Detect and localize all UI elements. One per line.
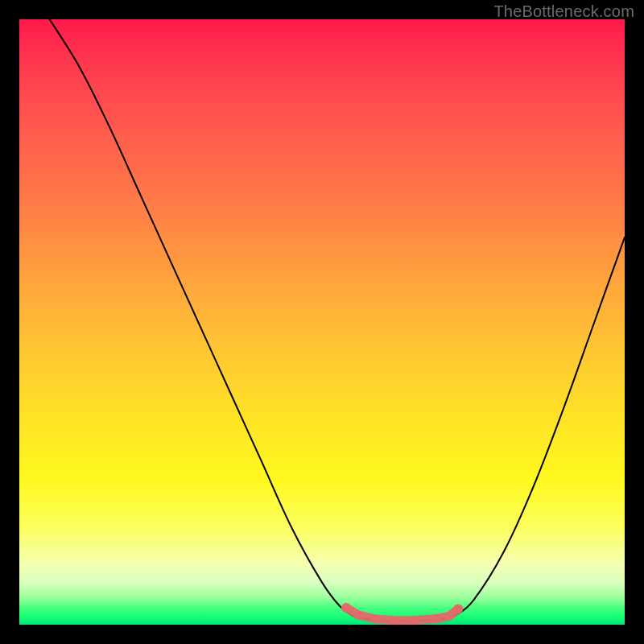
curve-layer: [19, 19, 625, 625]
plot-area: [19, 19, 625, 625]
series-right-branch: [455, 237, 625, 616]
series-left-branch: [50, 19, 353, 616]
chart-frame: TheBottleneck.com: [0, 0, 644, 644]
valley-marker-end: [341, 603, 351, 613]
valley-marker-end: [453, 604, 463, 613]
watermark-text: TheBottleneck.com: [493, 2, 634, 21]
curve-group: [50, 19, 625, 621]
marker-group: [341, 603, 463, 621]
